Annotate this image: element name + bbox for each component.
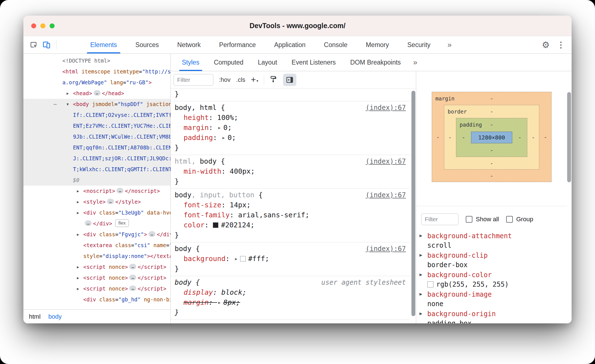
dom-tree-line[interactable]: ⋯▼<body jsmodel="hspDDf" jsaction="xjhTI… (23, 99, 170, 186)
scrollbar-thumb[interactable] (567, 92, 571, 182)
customize-menu-icon[interactable]: ⋮ (557, 40, 565, 50)
expand-arrow-icon[interactable]: ▶ (75, 207, 81, 218)
dom-tree-line[interactable]: style="display:none"></textarea> (23, 251, 170, 262)
close-window-button[interactable] (31, 23, 36, 28)
dom-tree-line[interactable]: ▶<noscript>…</noscript> (23, 186, 170, 196)
expand-arrow-icon[interactable]: ▶ (75, 229, 81, 240)
node-options-icon[interactable]: ⋯ (53, 99, 57, 110)
sidebar-tab-dom-breakpoints[interactable]: DOM Breakpoints (346, 54, 405, 71)
dom-tree-line[interactable]: ▶<style>…</style> (23, 196, 170, 207)
styles-filter-input[interactable] (174, 74, 213, 86)
flex-badge[interactable]: flex (115, 219, 129, 227)
toggle-element-classes-button[interactable]: .cls (236, 76, 245, 83)
computed-property[interactable]: ▶background-imagenone (416, 290, 567, 309)
stylesheet-source-link[interactable]: (index):67 (366, 103, 406, 113)
computed-filter-input[interactable] (421, 213, 459, 225)
tab-console[interactable]: Console (317, 36, 354, 53)
css-declaration[interactable]: height: 100%; (175, 113, 406, 123)
computed-property[interactable]: ▶background-originpadding-box (416, 309, 567, 323)
expand-arrow-icon[interactable]: ▶ (75, 272, 81, 283)
color-swatch[interactable] (213, 222, 218, 228)
tab-sources[interactable]: Sources (129, 36, 165, 53)
computed-property[interactable]: ▶background-clipborder-box (416, 251, 567, 270)
css-declaration[interactable]: display: block; (175, 287, 406, 297)
color-swatch[interactable] (427, 281, 433, 287)
sidebar-tab-event-listeners[interactable]: Event Listeners (287, 54, 340, 71)
dom-tree-line[interactable]: <textarea class="csi" name="csi" (23, 240, 170, 251)
box-model-border[interactable]: border - - padding (444, 105, 539, 169)
stylesheet-source-link[interactable]: (index):67 (366, 156, 406, 166)
new-style-rule-button[interactable]: +▾ (251, 75, 259, 85)
box-model-margin[interactable]: margin - - border - (432, 92, 552, 182)
inline-expand-icon[interactable]: … (129, 264, 136, 269)
expand-arrow-icon[interactable]: ▶ (75, 262, 81, 272)
css-declaration[interactable]: font-family: arial,sans-serif; (175, 210, 406, 220)
tab-elements[interactable]: Elements (84, 36, 124, 53)
inline-expand-icon[interactable]: … (107, 199, 114, 204)
dom-tree-line[interactable]: <html itemscope itemtype="http://schema.… (23, 66, 170, 88)
expand-shorthand-icon[interactable]: ▶ (218, 297, 220, 308)
expand-arrow-icon[interactable]: ▶ (75, 283, 81, 294)
computed-property[interactable]: ▶background-colorrgb(255, 255, 255) (416, 270, 567, 290)
inspect-element-icon[interactable] (27, 38, 40, 51)
stylesheet-source-link[interactable]: (index):67 (366, 190, 406, 200)
css-declaration[interactable]: font-size: 14px; (175, 200, 406, 210)
inline-expand-icon[interactable]: … (94, 90, 101, 96)
tab-memory[interactable]: Memory (359, 36, 396, 53)
tab-performance[interactable]: Performance (213, 36, 263, 53)
dom-tree-line[interactable]: ▶<script nonce>…</script> (23, 262, 170, 272)
expand-arrow-icon[interactable]: ▶ (420, 233, 422, 238)
zoom-window-button[interactable] (50, 23, 55, 28)
css-declaration[interactable]: min-width: 400px; (175, 166, 406, 176)
computed-property[interactable]: ▶background-attachmentscroll (416, 231, 567, 251)
expand-arrow-icon[interactable]: ▶ (75, 196, 81, 207)
dom-tree-line[interactable]: …</div>flex (23, 218, 170, 229)
minimize-window-button[interactable] (40, 23, 45, 28)
css-declaration[interactable]: margin: ▶0; (175, 123, 406, 133)
sidebar-tab-computed[interactable]: Computed (209, 54, 248, 71)
show-all-checkbox[interactable] (466, 216, 472, 223)
expand-arrow-icon[interactable]: ▶ (65, 88, 71, 99)
paint-format-icon[interactable] (270, 75, 277, 84)
more-sidebar-tabs-icon[interactable]: » (413, 58, 417, 67)
expand-shorthand-icon[interactable]: ▶ (235, 254, 237, 264)
expand-arrow-icon[interactable]: ▶ (75, 186, 81, 196)
breadcrumb-item-html[interactable]: html (29, 313, 41, 320)
css-declaration[interactable]: background: ▶#fff; (175, 254, 406, 264)
toggle-pseudo-state-button[interactable]: :hov (219, 76, 231, 83)
color-swatch[interactable] (240, 256, 246, 262)
tab-network[interactable]: Network (170, 36, 207, 53)
expand-arrow-icon[interactable]: ▶ (420, 272, 422, 277)
device-toolbar-icon[interactable] (40, 38, 53, 51)
sidebar-scrollbar[interactable] (567, 71, 571, 323)
settings-gear-icon[interactable]: ⚙ (542, 40, 550, 50)
dom-tree-line[interactable]: <div class="gb_hd" ng-non-bindable> (23, 294, 170, 305)
more-tabs-icon[interactable]: » (447, 41, 452, 49)
expand-arrow-icon[interactable]: ▶ (420, 253, 422, 257)
inline-expand-icon[interactable]: … (116, 188, 123, 193)
expand-shorthand-icon[interactable]: ▶ (222, 133, 225, 143)
expand-shorthand-icon[interactable]: ▶ (218, 123, 220, 133)
computed-sidebar-toggle-icon[interactable] (283, 74, 296, 86)
dom-tree-line[interactable]: ▶<div class="L3eUgb" data-hveid="1"> (23, 207, 170, 218)
inline-expand-icon[interactable]: … (85, 220, 92, 226)
dom-tree-line[interactable]: <!DOCTYPE html> (23, 55, 170, 66)
css-declaration[interactable]: margin: ▶8px; (175, 297, 406, 308)
css-declaration[interactable]: padding: ▶0; (175, 133, 406, 143)
styles-scrollbar[interactable] (411, 88, 415, 323)
scrollbar-thumb[interactable] (411, 91, 415, 316)
dom-tree-line[interactable]: ▶<script nonce>…</script> (23, 272, 170, 283)
dom-tree-line[interactable]: ▶<div class="Fgvgjc">…</div> (23, 229, 170, 240)
group-checkbox[interactable] (506, 216, 513, 223)
dom-tree-line[interactable]: ▶<script nonce>…</script> (23, 283, 170, 294)
css-declaration[interactable]: color: #202124; (175, 220, 406, 230)
expand-arrow-icon[interactable]: ▶ (420, 292, 422, 296)
tab-security[interactable]: Security (401, 36, 437, 53)
collapse-arrow-icon[interactable]: ▼ (65, 99, 71, 110)
box-model-padding[interactable]: padding - - 1280×800 - (456, 118, 527, 157)
dom-tree-line[interactable]: ▶<head>…</head> (23, 88, 170, 99)
inline-expand-icon[interactable]: … (129, 275, 136, 280)
tab-application[interactable]: Application (267, 36, 312, 53)
sidebar-tab-layout[interactable]: Layout (253, 54, 282, 71)
sidebar-tab-styles[interactable]: Styles (177, 54, 204, 71)
